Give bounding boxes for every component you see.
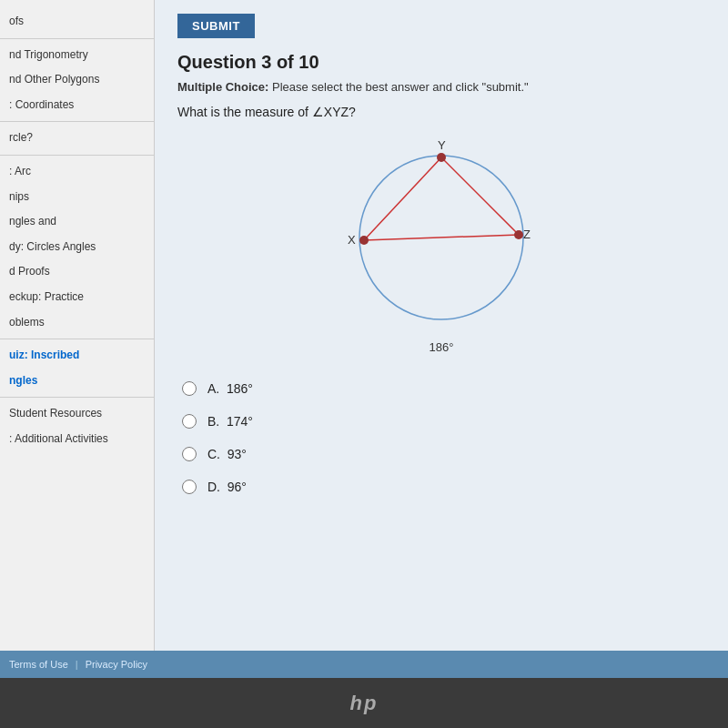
option-b-label: B. 174° bbox=[207, 414, 253, 429]
sidebar-item-trig[interactable]: nd Trigonometry bbox=[0, 43, 154, 68]
arc-label: 186° bbox=[177, 340, 705, 354]
sidebar-item-practice[interactable]: eckup: Practice bbox=[0, 285, 154, 310]
question-title: Question 3 of 10 bbox=[177, 52, 705, 73]
diagram-svg: Y X Z bbox=[314, 133, 569, 333]
sidebar-item-circles-angles[interactable]: dy: Circles Angles bbox=[0, 235, 154, 260]
svg-point-5 bbox=[359, 236, 369, 245]
option-d-label: D. 96° bbox=[207, 480, 247, 494]
footer-bar: Terms of Use | Privacy Policy bbox=[0, 651, 728, 678]
option-a[interactable]: A. 186° bbox=[177, 372, 705, 405]
sidebar-item-arc[interactable]: : Arc bbox=[0, 159, 154, 185]
sidebar-item-proofs2[interactable]: d Proofs bbox=[0, 259, 154, 285]
submit-button[interactable]: SUBMIT bbox=[177, 14, 255, 38]
monitor-content: ofs nd Trigonometry nd Other Polygons : … bbox=[0, 0, 728, 651]
sidebar-divider-2 bbox=[0, 121, 154, 122]
sidebar-item-student-resources[interactable]: Student Resources bbox=[0, 401, 154, 427]
sidebar-item-quiz-inscribed[interactable]: uiz: Inscribed bbox=[0, 343, 154, 369]
sidebar-divider-4 bbox=[0, 339, 154, 339]
svg-point-4 bbox=[437, 153, 446, 162]
sidebar-divider-1 bbox=[0, 38, 154, 39]
radio-b[interactable] bbox=[182, 414, 197, 429]
sidebar-item-angles[interactable]: ngles and bbox=[0, 209, 154, 235]
svg-text:X: X bbox=[348, 233, 356, 247]
instruction-text: Please select the best answer and click … bbox=[268, 80, 528, 94]
diagram-container: Y X Z bbox=[314, 133, 569, 333]
svg-line-1 bbox=[364, 157, 441, 240]
sidebar-item-problems[interactable]: oblems bbox=[0, 310, 154, 336]
main-content: SUBMIT Question 3 of 10 Multiple Choice:… bbox=[155, 0, 728, 651]
radio-c[interactable] bbox=[182, 447, 197, 461]
sidebar: ofs nd Trigonometry nd Other Polygons : … bbox=[0, 0, 155, 651]
options-list: A. 186° B. 174° C. 93° D. 96° bbox=[177, 372, 705, 503]
sidebar-item-proofs[interactable]: ofs bbox=[0, 9, 154, 35]
sidebar-item-coords[interactable]: : Coordinates bbox=[0, 93, 154, 118]
option-d[interactable]: D. 96° bbox=[177, 470, 705, 503]
sidebar-item-angles2[interactable]: ngles bbox=[0, 369, 154, 394]
svg-text:Z: Z bbox=[523, 228, 531, 241]
footer-separator: | bbox=[76, 659, 78, 670]
hp-logo: hp bbox=[350, 692, 379, 715]
sidebar-item-polygons[interactable]: nd Other Polygons bbox=[0, 67, 154, 93]
hp-bar: hp bbox=[0, 678, 728, 728]
sidebar-item-circle[interactable]: rcle? bbox=[0, 126, 154, 151]
question-instruction: Multiple Choice: Please select the best … bbox=[177, 80, 705, 94]
svg-text:Y: Y bbox=[438, 138, 446, 152]
sidebar-divider-5 bbox=[0, 397, 154, 398]
terms-link[interactable]: Terms of Use bbox=[9, 659, 68, 670]
privacy-link[interactable]: Privacy Policy bbox=[86, 659, 147, 670]
question-text: What is the measure of ∠XYZ? bbox=[177, 105, 705, 119]
svg-line-2 bbox=[364, 235, 519, 240]
sidebar-item-ships[interactable]: nips bbox=[0, 185, 154, 210]
screen: ofs nd Trigonometry nd Other Polygons : … bbox=[0, 0, 728, 728]
svg-line-3 bbox=[441, 157, 519, 235]
option-b[interactable]: B. 174° bbox=[177, 405, 705, 438]
instruction-bold: Multiple Choice: bbox=[177, 80, 268, 94]
radio-d[interactable] bbox=[182, 480, 197, 494]
svg-point-6 bbox=[514, 230, 523, 239]
option-c-label: C. 93° bbox=[207, 447, 247, 461]
option-a-label: A. 186° bbox=[207, 381, 253, 396]
option-c[interactable]: C. 93° bbox=[177, 438, 705, 470]
sidebar-divider-3 bbox=[0, 155, 154, 156]
radio-a[interactable] bbox=[182, 381, 197, 396]
sidebar-item-additional[interactable]: : Additional Activities bbox=[0, 427, 154, 452]
